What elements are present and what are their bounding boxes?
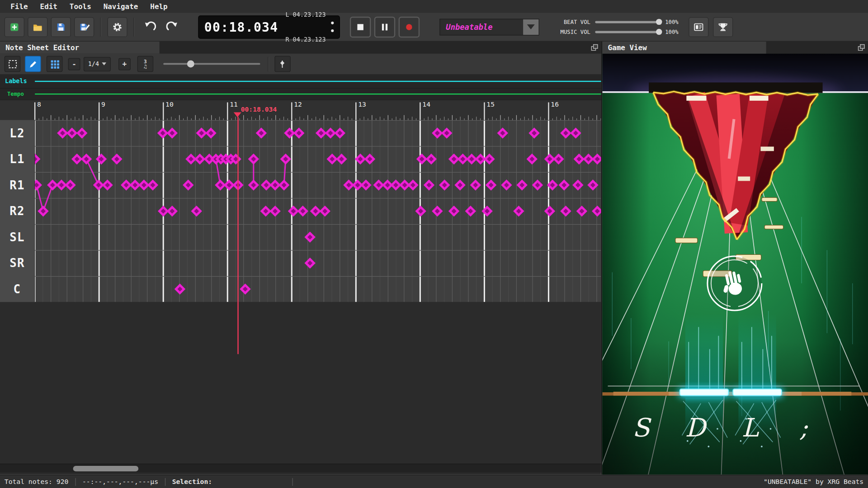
song-select-dropdown[interactable]: Unbeatable — [440, 19, 539, 35]
ruler-measure-number: 15 — [486, 101, 495, 108]
track-label-column: L2L1R1R2SLSRC — [0, 120, 35, 302]
tools-separator — [268, 57, 269, 71]
plus-label: + — [123, 60, 127, 68]
lane-key-letter: S — [632, 413, 652, 442]
approaching-note — [762, 197, 777, 202]
music-volume-row: MUSIC VOL 100% — [552, 29, 679, 35]
app-window: File Edit Tools Navigate Help 00: — [0, 0, 868, 488]
division-dropdown[interactable]: 1/4 — [84, 57, 111, 71]
status-bar: Total notes: 920 --:--,---,---,---µs Sel… — [0, 475, 868, 488]
grid-snap-button[interactable] — [47, 56, 63, 72]
note-wand-icon — [277, 58, 288, 69]
game-viewport: SDL; — [602, 54, 868, 475]
ruler-measure-number: 9 — [101, 101, 105, 108]
beat-volume-row: BEAT VOL 100% — [552, 19, 679, 25]
track-label-l1: L1 — [0, 146, 34, 172]
track-label-l2: L2 — [0, 120, 34, 146]
triplet-icon: 3♫ — [143, 59, 147, 69]
zoom-slider-thumb[interactable] — [187, 60, 194, 67]
volume-controls: BEAT VOL 100% MUSIC VOL 100% — [552, 19, 679, 35]
pencil-tool-button[interactable] — [25, 56, 41, 72]
undo-button[interactable] — [141, 18, 160, 37]
beat-volume-value: 100% — [665, 19, 679, 25]
select-tool-button[interactable] — [5, 56, 21, 72]
menu-bar: File Edit Tools Navigate Help — [0, 0, 868, 13]
save-as-icon — [79, 21, 90, 32]
ruler-measure-number: 12 — [294, 101, 302, 108]
tempo-lane[interactable]: Tempo — [0, 88, 601, 100]
toolbar-separator — [100, 18, 101, 37]
chevron-down-icon — [527, 24, 535, 29]
ruler-measure-number: 8 — [37, 101, 41, 108]
pause-icon — [379, 21, 390, 32]
card-list-icon — [693, 21, 704, 32]
track-label-r1: R1 — [0, 172, 34, 198]
note-grid[interactable] — [0, 120, 601, 302]
game-view-panel: Game View — [602, 42, 868, 475]
track-label-sr: SR — [0, 250, 34, 276]
music-volume-label: MUSIC VOL — [552, 29, 590, 35]
panel-detach-icon[interactable] — [858, 44, 865, 52]
ruler-measure-number: 11 — [230, 101, 238, 108]
settings-button[interactable] — [108, 17, 127, 37]
ruler-measure-number: 14 — [422, 101, 430, 108]
menu-help[interactable]: Help — [144, 0, 174, 13]
track-label-r2: R2 — [0, 198, 34, 224]
menu-file[interactable]: File — [5, 0, 34, 13]
stop-button[interactable] — [350, 16, 371, 38]
panel-detach-icon[interactable] — [591, 44, 599, 52]
beat-volume-slider[interactable] — [595, 21, 660, 23]
division-increase-button[interactable]: + — [118, 58, 131, 70]
menu-edit[interactable]: Edit — [34, 0, 63, 13]
note-sheet-editor-panel: Note Sheet Editor - 1/4 + 3♫ — [0, 42, 601, 475]
game-panel-tab[interactable]: Game View — [602, 42, 766, 54]
record-button[interactable] — [399, 16, 420, 38]
ruler-measure-number: 10 — [165, 101, 174, 108]
tempo-caption: Tempo — [7, 91, 24, 97]
minus-label: - — [72, 60, 76, 68]
division-value: 1/4 — [88, 60, 99, 67]
save-as-button[interactable] — [74, 17, 94, 37]
dropdown-arrow-box[interactable] — [524, 19, 539, 34]
achievements-button[interactable] — [713, 17, 733, 37]
ruler-measure-number: 16 — [551, 101, 559, 108]
pause-button[interactable] — [374, 16, 396, 38]
approaching-note — [764, 225, 783, 229]
triplet-button[interactable]: 3♫ — [137, 56, 154, 72]
division-decrease-button[interactable]: - — [68, 58, 80, 70]
open-button[interactable] — [28, 17, 47, 37]
menu-navigate[interactable]: Navigate — [97, 0, 144, 13]
save-icon — [55, 21, 66, 32]
music-volume-slider[interactable] — [595, 31, 660, 33]
ruler-measure-number: 13 — [358, 101, 366, 108]
pencil-icon — [28, 58, 38, 69]
lane-key-letter: ; — [799, 413, 808, 442]
menu-tools[interactable]: Tools — [63, 0, 97, 13]
editor-panel-header: Note Sheet Editor — [0, 42, 601, 54]
game-panel-title: Game View — [608, 43, 646, 52]
redo-button[interactable] — [163, 18, 182, 37]
labels-lane[interactable]: Labels — [0, 75, 601, 88]
zoom-slider[interactable] — [163, 63, 260, 65]
time-main: 00:18.034 — [204, 19, 278, 34]
status-timecode: --:--,---,---,---µs — [82, 478, 158, 485]
playhead-line[interactable] — [237, 117, 238, 354]
changelog-button[interactable] — [689, 17, 708, 37]
track-label-c: C — [0, 276, 34, 302]
new-file-icon — [9, 21, 20, 32]
music-volume-thumb[interactable] — [656, 28, 662, 34]
save-button[interactable] — [51, 17, 71, 37]
horizontal-scrollbar[interactable] — [0, 464, 601, 473]
new-button[interactable] — [5, 17, 24, 37]
undo-icon — [144, 21, 156, 33]
beat-volume-thumb[interactable] — [656, 19, 662, 24]
note-options-button[interactable] — [274, 56, 291, 72]
lane-key-letter: L — [741, 413, 759, 442]
scrollbar-thumb[interactable] — [73, 466, 138, 471]
timeline-ruler[interactable]: 8910111213141516 — [0, 99, 601, 121]
bottom-vignette — [602, 342, 868, 475]
redo-icon — [166, 21, 178, 33]
tempo-line — [35, 94, 601, 94]
editor-panel-tab[interactable]: Note Sheet Editor — [0, 42, 160, 54]
marquee-select-icon — [7, 58, 18, 69]
